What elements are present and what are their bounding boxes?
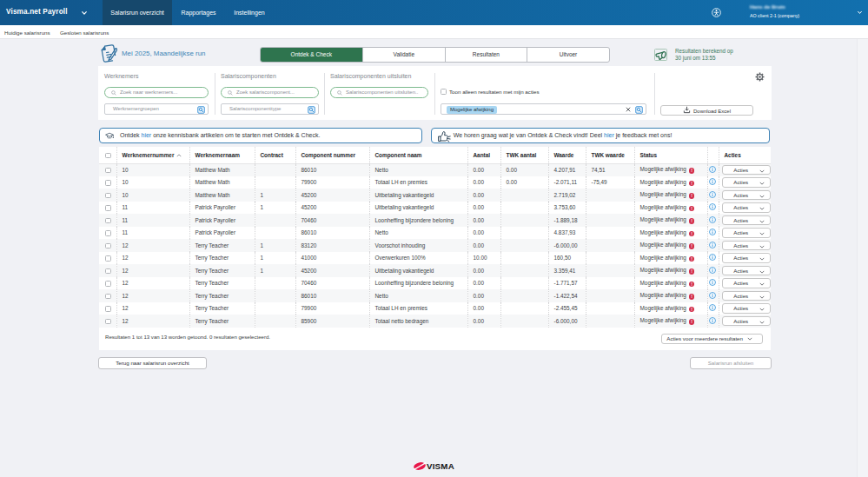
svg-text:VISMA: VISMA [427,461,454,471]
